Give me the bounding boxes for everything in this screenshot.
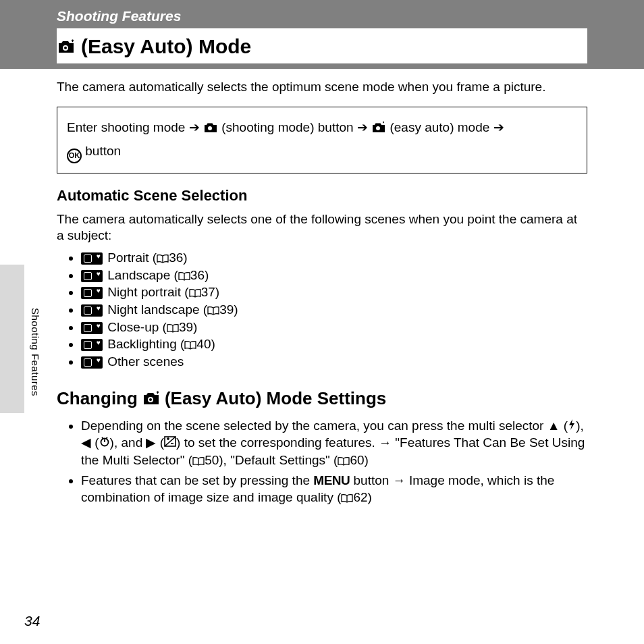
svg-point-3 — [376, 126, 380, 130]
list-item: Portrait (36) — [81, 250, 587, 267]
easy-auto-camera-icon — [371, 119, 386, 140]
arrow-icon: ➔ — [493, 120, 504, 134]
auto-scene-desc: The camera automatically selects one of … — [57, 211, 587, 244]
list-item: Features that can be set by pressing the… — [81, 472, 587, 506]
exposure-comp-icon — [164, 435, 176, 450]
svg-point-1 — [64, 47, 67, 49]
book-icon — [207, 302, 219, 319]
list-item: Backlighting (40) — [81, 336, 587, 353]
scene-mode-icon — [81, 252, 103, 265]
content-area: The camera automatically selects the opt… — [0, 69, 644, 506]
flash-icon — [568, 419, 576, 433]
arrow-icon: ➔ — [189, 120, 203, 134]
navigation-path-box: Enter shooting mode ➔ (shooting mode) bu… — [57, 107, 587, 173]
section-label: Shooting Features — [57, 8, 587, 24]
side-tab — [0, 265, 24, 413]
list-item: Night portrait (37) — [81, 284, 587, 301]
scene-mode-icon — [81, 339, 103, 351]
book-icon — [184, 336, 196, 353]
intro-text: The camera automatically selects the opt… — [57, 80, 587, 95]
list-item: Depending on the scene selected by the c… — [81, 417, 587, 469]
triangle-right-icon: ▶ — [146, 435, 156, 450]
book-icon — [192, 452, 205, 469]
scene-mode-icon — [81, 322, 103, 334]
list-item: Other scenes — [81, 354, 587, 371]
list-item: Close-up (39) — [81, 319, 587, 336]
menu-button-label: MENU — [313, 473, 350, 487]
list-item: Night landscape (39) — [81, 302, 587, 319]
auto-scene-heading: Automatic Scene Selection — [57, 187, 587, 205]
scene-mode-icon — [81, 356, 103, 369]
page-number: 34 — [24, 613, 40, 629]
scene-mode-icon — [81, 304, 103, 317]
settings-list: Depending on the scene selected by the c… — [57, 417, 587, 506]
book-icon — [338, 452, 350, 469]
list-item: Landscape (36) — [81, 267, 587, 284]
easy-auto-camera-icon — [142, 390, 161, 406]
book-icon — [157, 250, 169, 267]
camera-icon — [203, 119, 218, 140]
book-icon — [178, 267, 190, 284]
triangle-up-icon: ▲ — [547, 419, 560, 433]
book-icon — [341, 489, 353, 506]
book-icon — [167, 319, 179, 336]
ok-button-icon: OK — [67, 149, 82, 163]
side-section-label: Shooting Features — [30, 308, 41, 396]
title-text: (Easy Auto) Mode — [81, 35, 251, 58]
self-timer-icon — [99, 435, 110, 450]
scene-mode-icon — [81, 270, 103, 282]
changing-heading: Changing (Easy Auto) Mode Settings — [57, 388, 587, 409]
scene-list: Portrait (36) Landscape (36) Night portr… — [57, 250, 587, 371]
triangle-left-icon: ◀ — [81, 435, 91, 450]
book-icon — [189, 284, 201, 301]
scene-mode-icon — [81, 287, 103, 299]
header-band: Shooting Features (Easy Auto) Mode — [0, 0, 644, 69]
arrow-icon: ➔ — [357, 120, 371, 134]
svg-point-2 — [208, 126, 212, 130]
svg-point-5 — [149, 398, 152, 401]
easy-auto-camera-icon — [57, 38, 76, 55]
page-title: (Easy Auto) Mode — [57, 35, 587, 58]
